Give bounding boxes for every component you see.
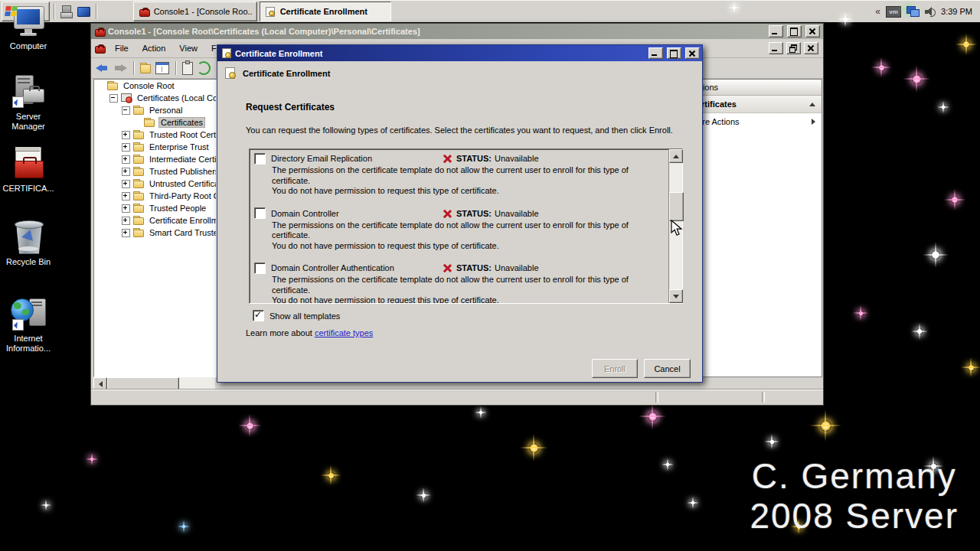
tree-item-certificate-enrollme[interactable]: Certificate Enrollme [94,214,216,227]
scrollbar-thumb[interactable] [669,192,684,221]
tree-item-smart-card-trusted[interactable]: Smart Card Trusted [94,227,216,239]
expand-icon[interactable] [122,155,130,164]
menu-action[interactable]: Action [136,41,173,55]
tree-item-certificates[interactable]: Certificates [94,116,216,129]
template-name[interactable]: Directory Email Replication [271,154,372,163]
collapse-icon[interactable] [109,94,118,103]
tree-item-untrusted-certifica[interactable]: Untrusted Certifica [94,178,216,190]
expand-icon[interactable] [122,192,130,201]
network-icon[interactable] [906,6,920,17]
tree-item-trusted-root-certif[interactable]: Trusted Root Certif [94,129,216,141]
expand-icon[interactable] [122,143,130,152]
up-one-level-icon[interactable] [140,63,152,73]
tree-item-label[interactable]: Trusted Publishers [148,167,217,176]
dialog-maximize-button[interactable] [667,47,681,59]
collapse-icon[interactable] [809,103,815,106]
forward-icon[interactable] [113,63,127,73]
sparkle [421,493,426,498]
template-checkbox[interactable] [254,262,266,274]
minimize-button[interactable] [769,25,783,37]
server-manager-icon [11,75,46,109]
tree-item-trusted-people[interactable]: Trusted People [94,202,216,214]
tree-item-label[interactable]: Untrusted Certifica [148,179,217,188]
tree-item-label[interactable]: Personal [148,106,184,115]
tree-item-console-root[interactable]: Console Root [94,80,216,92]
taskbar-button-console1[interactable]: Console1 - [Console Roo... [133,2,257,21]
folder-icon [144,118,155,127]
recycle-bin-icon [11,220,46,254]
desktop-icon-recycle-bin[interactable]: Recycle Bin [0,220,57,267]
quick-launch-server-manager-icon[interactable] [60,5,74,18]
template-checkbox[interactable] [254,207,266,219]
expand-icon[interactable] [122,180,130,188]
tree-horizontal-scrollbar[interactable] [93,377,215,390]
mdi-close-button[interactable] [804,42,818,54]
desktop-icon-iis[interactable]: Internet Informatio... [0,297,57,354]
certificates-store-icon [121,93,132,103]
quick-launch-desktop-icon[interactable] [77,5,90,18]
back-icon[interactable] [96,63,109,73]
tree-item-label[interactable]: Trusted People [148,204,207,213]
maximize-button[interactable] [787,25,802,37]
tree-item-trusted-publishers[interactable]: Trusted Publishers [94,165,216,178]
dialog-title-bar[interactable]: Certificate Enrollment [217,45,702,61]
desktop-icon-certificates-console[interactable]: CERTIFICA... [0,147,57,194]
folder-icon [133,179,145,188]
show-all-templates-option[interactable]: Show all templates [253,310,340,321]
tree-item-personal[interactable]: Personal [94,104,216,116]
template-permission-text: The permissions on the certificate templ… [272,220,638,241]
mmc-title-bar[interactable]: Console1 - [Console Root\Certificates (L… [91,24,823,39]
tree-item-label[interactable]: Certificate Enrollme [148,216,217,225]
expand-icon[interactable] [122,229,130,237]
mdi-restore-button[interactable] [786,42,801,54]
template-name[interactable]: Domain Controller [271,209,339,218]
volume-icon[interactable] [925,7,936,17]
tray-overflow-chevron[interactable]: « [875,6,880,17]
expand-icon[interactable] [122,217,130,225]
template-name[interactable]: Domain Controller Authentication [271,263,394,272]
vmware-tools-icon[interactable]: vm [886,6,901,18]
mmc-child-icon [94,44,105,54]
clipboard-icon[interactable] [182,62,193,75]
menu-file[interactable]: File [108,41,136,55]
enroll-button[interactable]: Enroll [592,359,638,378]
tree-item-intermediate-certif[interactable]: Intermediate Certif [94,153,216,165]
tree-item-label[interactable]: Trusted Root Certif [148,130,217,139]
tree-item-label[interactable]: Intermediate Certif [148,155,217,164]
more-actions-item[interactable]: More Actions [684,113,822,130]
show-all-templates-label: Show all templates [270,311,340,321]
tree-item-label[interactable]: Smart Card Trusted [148,228,217,237]
tree-item-enterprise-trust[interactable]: Enterprise Trust [94,141,216,153]
tree-item-label[interactable]: Enterprise Trust [148,142,211,152]
tree-item-certificates-local-comp[interactable]: Certificates (Local Comp [94,92,216,104]
refresh-icon[interactable] [197,61,211,75]
tree-item-label[interactable]: Certificates [158,117,205,128]
expand-icon[interactable] [122,204,130,213]
expand-icon[interactable] [122,131,130,139]
expand-icon[interactable] [122,168,130,176]
dialog-close-button[interactable] [685,47,700,59]
actions-section-certificates[interactable]: Certificates [684,96,822,113]
mdi-minimize-button[interactable] [769,42,783,54]
collapse-icon[interactable] [122,106,130,115]
mmc-window-title: Console1 - [Console Root\Certificates (L… [108,27,765,36]
template-checkbox[interactable] [254,153,266,165]
sparkle [529,443,539,453]
desktop-icon-server-manager[interactable]: Server Manager [0,75,57,132]
folder-icon [133,142,145,152]
scroll-down-button[interactable] [669,289,683,303]
menu-view[interactable]: View [172,41,204,55]
tree-item-label[interactable]: Certificates (Local Comp [136,93,217,103]
scroll-up-button[interactable] [669,149,683,163]
tree-item-label[interactable]: Third-Party Root Ce [148,191,217,201]
desktop-icon-label: CERTIFICA... [2,184,54,194]
show-console-tree-icon[interactable] [155,62,169,74]
certificate-types-link[interactable]: certificate types [315,328,373,337]
show-all-templates-checkbox[interactable] [253,310,264,321]
cancel-button[interactable]: Cancel [644,359,691,378]
dialog-minimize-button[interactable] [648,47,663,59]
taskbar-button-certificate-enrollment[interactable]: Certificate Enrollment [260,2,391,21]
close-button[interactable] [805,25,820,37]
tree-item-third-party-root-ce[interactable]: Third-Party Root Ce [94,190,216,202]
tree-item-label[interactable]: Console Root [122,81,176,90]
